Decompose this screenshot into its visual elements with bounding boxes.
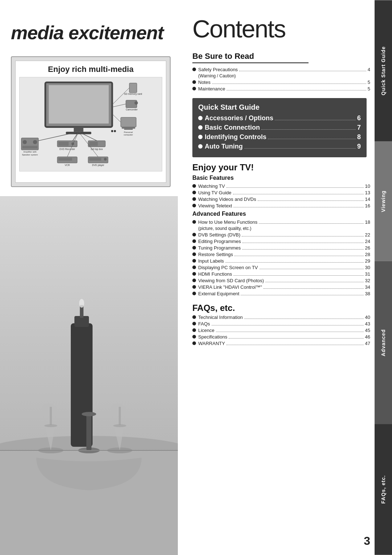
svg-rect-1: [49, 85, 109, 123]
svg-rect-2: [74, 127, 83, 132]
bullet-icon: [192, 322, 196, 325]
toc-label: Notes: [198, 80, 211, 85]
svg-rect-12: [122, 127, 135, 129]
toc-page: 43: [365, 321, 370, 327]
toc-dots: [241, 295, 363, 295]
svg-rect-32: [88, 157, 108, 163]
toc-dots: [226, 90, 366, 90]
tab-quick-start[interactable]: Quick Start Guide: [375, 0, 392, 141]
bullet-icon: [192, 285, 196, 289]
toc-page: 28: [365, 252, 370, 257]
toc-label: Licence: [198, 328, 215, 333]
bullet-icon: [192, 68, 196, 71]
tab-faqs-label: FAQs, etc.: [380, 475, 386, 504]
toc-page: 4: [368, 67, 370, 72]
quick-start-heading: Quick Start Guide: [198, 103, 361, 112]
toc-page: 46: [365, 334, 370, 340]
bullet-icon: [192, 335, 196, 339]
toc-teletext: Viewing Teletext 16: [192, 203, 392, 208]
diagram-area: SD memory card Camcorder Personal comput…: [19, 77, 162, 171]
contents-title: Contents: [192, 15, 392, 43]
svg-rect-16: [21, 138, 38, 150]
toc-dots: [264, 288, 364, 289]
svg-line-42: [112, 104, 126, 107]
svg-point-59: [82, 412, 96, 416]
toc-dvb: DVB Settings (DVB) 22: [192, 232, 392, 238]
toc-label: Technical Information: [198, 315, 243, 320]
qs-page: 8: [357, 133, 361, 141]
svg-point-4: [111, 130, 113, 132]
toc-watching-tv: Watching TV 10: [192, 183, 392, 189]
toc-dots: [244, 319, 364, 319]
toc-sub-warning: (Warning / Caution): [198, 73, 392, 78]
qs-page: 7: [357, 124, 361, 131]
toc-label: DVB Settings (DVB): [198, 232, 240, 238]
tv-diagram-box: Enjoy rich multi-media SD memory card: [11, 56, 171, 187]
tab-advanced[interactable]: Advanced: [375, 261, 392, 424]
toc-notes: Notes 5: [192, 80, 392, 85]
toc-page: 10: [365, 183, 370, 189]
tab-faqs[interactable]: FAQs, etc.: [375, 424, 392, 555]
qs-basic-connection: Basic Connection 7: [198, 124, 361, 131]
svg-text:Camcorder: Camcorder: [126, 108, 138, 111]
toc-videos-dvds: Watching Videos and DVDs 14: [192, 197, 392, 202]
qs-label: Auto Tuning: [205, 143, 243, 150]
toc-editing: Editing Programmes 24: [192, 239, 392, 244]
toc-label: How to Use Menu Functions: [198, 219, 257, 225]
toc-dots: [234, 256, 363, 256]
toc-label: Specifications: [198, 334, 227, 340]
svg-rect-11: [121, 117, 136, 127]
toc-page: 5: [368, 86, 370, 92]
bullet-icon: [192, 252, 196, 256]
qs-bullet-icon: [198, 125, 203, 130]
toc-page: 40: [365, 315, 370, 320]
toc-page: 18: [365, 219, 370, 225]
toc-licence: Licence 45: [192, 328, 392, 333]
toc-dots: [242, 243, 364, 243]
toc-label: FAQs: [198, 321, 210, 327]
bullet-icon: [192, 197, 196, 201]
quick-start-box: Quick Start Guide Accessories / Options …: [192, 98, 367, 157]
toc-warranty: WARRANTY 47: [192, 341, 392, 346]
svg-text:VCR: VCR: [65, 164, 70, 166]
toc-dots: [226, 345, 364, 345]
toc-label: Watching TV: [198, 183, 225, 189]
toc-label: Tuning Programmes: [198, 245, 241, 251]
svg-rect-26: [88, 141, 105, 147]
svg-line-43: [112, 114, 121, 122]
toc-page: 34: [365, 284, 370, 290]
svg-line-36: [73, 132, 78, 141]
toc-dots: [212, 325, 364, 325]
svg-rect-3: [66, 132, 91, 134]
toc-dots: [258, 200, 364, 201]
svg-point-24: [72, 142, 74, 145]
svg-point-56: [113, 424, 126, 427]
left-panel: media excitement Enjoy rich multi-media: [0, 0, 178, 555]
toc-page: 13: [365, 190, 370, 195]
toc-dots: [225, 262, 364, 263]
be-sure-section: Be Sure to Read Safety Precautions 4 (Wa…: [192, 52, 392, 92]
svg-line-38: [38, 132, 79, 141]
svg-text:Amplifier with: Amplifier with: [23, 150, 37, 153]
toc-dots: [265, 282, 363, 282]
toc-menu-functions: How to Use Menu Functions 18: [192, 219, 392, 225]
svg-rect-8: [126, 100, 137, 108]
toc-viera-link: VIERA Link "HDAVI Control™" 34: [192, 284, 392, 290]
tab-viewing-label: Viewing: [380, 191, 386, 212]
toc-dots: [233, 194, 364, 194]
bottom-illustration: [0, 196, 178, 555]
toc-label: Viewing Teletext: [198, 203, 232, 208]
toc-label: Viewing from SD Card (Photos): [198, 278, 264, 283]
svg-rect-6: [129, 83, 137, 93]
svg-text:Personal: Personal: [124, 131, 132, 133]
qs-label: Identifying Controls: [205, 133, 266, 141]
faqs-heading: FAQs, etc.: [192, 303, 392, 313]
toc-label: Displaying PC Screen on TV: [198, 265, 258, 270]
toc-page: 16: [365, 203, 370, 208]
tab-viewing[interactable]: Viewing: [375, 141, 392, 261]
toc-label: Input Labels: [198, 258, 224, 264]
svg-text:computer: computer: [124, 133, 133, 136]
bullet-icon: [192, 272, 196, 276]
toc-page: 22: [365, 232, 370, 238]
toc-page: 24: [365, 239, 370, 244]
